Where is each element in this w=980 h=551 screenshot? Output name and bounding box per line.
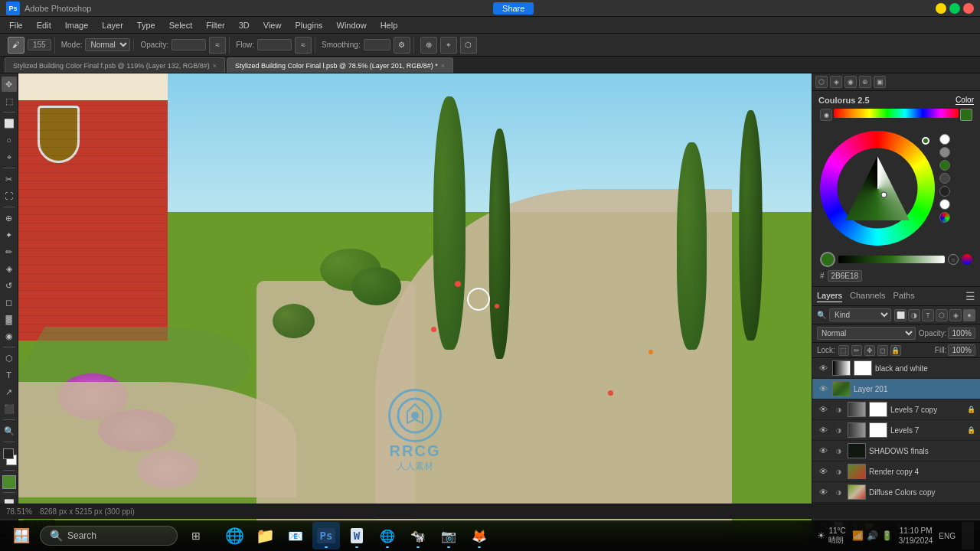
filter-type-btn[interactable]: T <box>922 309 934 321</box>
menu-file[interactable]: File <box>3 19 29 31</box>
menu-type[interactable]: Type <box>131 19 162 31</box>
menu-edit[interactable]: Edit <box>31 19 57 31</box>
panel-icon-5[interactable]: ▣ <box>874 76 886 88</box>
lock-all-btn[interactable]: 🔒 <box>890 345 901 356</box>
color-option-6[interactable] <box>939 199 950 210</box>
layer-visibility-toggle[interactable]: 👁 <box>817 424 829 436</box>
tab-0[interactable]: Stylized Building Color Final f.psb @ 11… <box>5 57 225 73</box>
menu-3d[interactable]: 3D <box>233 19 256 31</box>
layer-item[interactable]: 👁 ◑ Levels 7 🔒 <box>812 420 980 441</box>
menu-plugins[interactable]: Plugins <box>289 19 328 31</box>
color-option-7[interactable] <box>939 212 950 223</box>
taskbar-app-explorer[interactable]: 📁 <box>251 522 279 549</box>
maximize-button[interactable] <box>949 3 960 14</box>
taskbar-app-word[interactable]: W <box>343 522 371 549</box>
minimize-button[interactable] <box>936 3 946 14</box>
clone-stamp-tool[interactable]: ◈ <box>2 261 17 276</box>
lock-transparent-btn[interactable]: ⬚ <box>838 345 849 356</box>
fill-value[interactable]: 100% <box>948 344 975 356</box>
lock-image-btn[interactable]: ✏ <box>851 345 862 356</box>
lasso-tool[interactable]: ○ <box>2 132 17 148</box>
marquee-tool[interactable]: ⬜ <box>2 116 17 131</box>
color-reset-btn[interactable]: ○ <box>948 254 959 265</box>
filter-shape-btn[interactable]: ⬡ <box>936 309 948 321</box>
flow-jitter-btn[interactable]: ≈ <box>295 37 312 54</box>
move-tool[interactable]: ✥ <box>2 77 17 92</box>
gradient-tool[interactable]: ▓ <box>2 311 17 327</box>
symmetry-btn[interactable]: ⌖ <box>440 37 457 54</box>
panel-icon-4[interactable]: ⊕ <box>859 76 871 88</box>
filter-toggle[interactable]: ● <box>963 309 975 321</box>
menu-image[interactable]: Image <box>59 19 95 31</box>
color-option-4[interactable] <box>939 173 950 184</box>
smoothing-input[interactable]: 0% <box>364 39 390 51</box>
menu-view[interactable]: View <box>257 19 288 31</box>
layer-visibility-toggle[interactable]: 👁 <box>817 362 829 374</box>
panel-icon-3[interactable]: ◉ <box>844 76 857 88</box>
opacity-value[interactable]: 100% <box>948 328 975 339</box>
path-select-tool[interactable]: ↗ <box>2 384 17 399</box>
frame-tool[interactable]: ⛶ <box>2 188 17 204</box>
hue-spectrum[interactable] <box>834 109 959 118</box>
color-option-2[interactable] <box>939 147 950 158</box>
menu-select[interactable]: Select <box>163 19 199 31</box>
flow-input[interactable]: 100% <box>257 39 292 51</box>
menu-layer[interactable]: Layer <box>96 19 129 31</box>
color-triangle[interactable] <box>845 156 910 220</box>
fg-color-btn[interactable] <box>820 252 835 267</box>
layer-visibility-toggle[interactable]: 👁 <box>817 486 829 498</box>
lock-artboard-btn[interactable]: ◻ <box>877 345 888 356</box>
share-button[interactable]: Share <box>493 2 534 15</box>
layers-menu-btn[interactable]: ☰ <box>965 290 975 302</box>
menu-filter[interactable]: Filter <box>200 19 230 31</box>
filter-pixel-btn[interactable]: ⬜ <box>894 309 906 321</box>
color-gradient-bar[interactable] <box>838 256 945 263</box>
brush-preset-picker[interactable]: 🖌 <box>8 37 24 54</box>
history-brush-tool[interactable]: ↺ <box>2 278 17 293</box>
opacity-input[interactable]: 100% <box>172 39 206 51</box>
color-wheel[interactable] <box>820 131 935 246</box>
taskbar-app-mail[interactable]: 📧 <box>282 522 309 549</box>
task-view-btn[interactable]: ⊞ <box>181 522 211 549</box>
menu-help[interactable]: Help <box>374 19 404 31</box>
taskbar-app-cow[interactable]: 🐄 <box>404 522 432 549</box>
menu-window[interactable]: Window <box>331 19 373 31</box>
opacity-jitter-btn[interactable]: ≈ <box>209 37 226 54</box>
taskbar-app-camera[interactable]: 📷 <box>435 522 462 549</box>
tab-paths[interactable]: Paths <box>893 291 915 302</box>
color-option-5[interactable] <box>939 186 950 197</box>
taskbar-app-photoshop[interactable]: Ps <box>312 522 340 549</box>
close-button[interactable] <box>963 3 974 14</box>
input-lang[interactable]: ENG <box>939 532 956 540</box>
blur-tool[interactable]: ◉ <box>2 328 17 344</box>
layer-item[interactable]: 👁 ◑ Diffuse Colors copy <box>812 482 980 503</box>
taskbar-app-orange[interactable]: 🦊 <box>466 522 493 549</box>
artboard-tool[interactable]: ⬚ <box>2 93 17 109</box>
eyedropper-tool[interactable]: ⊕ <box>2 210 17 226</box>
layer-visibility-toggle[interactable]: 👁 <box>817 383 829 395</box>
panel-icon-1[interactable]: ⬡ <box>815 76 828 88</box>
taskbar-search[interactable]: 🔍 Search <box>40 526 178 546</box>
pen-tool[interactable]: ⬡ <box>2 350 17 366</box>
color-wheel-mini[interactable] <box>962 254 972 265</box>
color-option-3[interactable] <box>939 160 950 171</box>
brush-size-value[interactable]: 155 <box>28 39 51 51</box>
foreground-color[interactable] <box>3 448 14 459</box>
shape-tool[interactable]: ⬛ <box>2 401 17 416</box>
tab-0-close[interactable]: × <box>213 62 217 70</box>
layer-item[interactable]: 👁 Layer 201 <box>812 379 980 399</box>
object-select-tool[interactable]: ⌖ <box>2 149 17 165</box>
quick-mask-btn[interactable] <box>2 475 16 489</box>
color-option-1[interactable] <box>939 134 950 145</box>
lock-position-btn[interactable]: ✥ <box>864 345 875 356</box>
angle-btn[interactable]: ⊕ <box>420 37 437 54</box>
taskbar-app-edge[interactable]: 🌐 <box>220 522 248 549</box>
layer-item[interactable]: 👁 ◑ Levels 7 copy 🔒 <box>812 399 980 420</box>
layer-visibility-toggle[interactable]: 👁 <box>817 465 829 478</box>
tab-1-close[interactable]: × <box>441 62 445 70</box>
color-spectrum-icon[interactable]: ◉ <box>820 109 832 121</box>
crop-tool[interactable]: ✂ <box>2 171 17 187</box>
layer-visibility-toggle[interactable]: 👁 <box>817 445 829 457</box>
brush-tool[interactable]: ✏ <box>2 244 17 259</box>
eraser-tool[interactable]: ◻ <box>2 295 17 310</box>
